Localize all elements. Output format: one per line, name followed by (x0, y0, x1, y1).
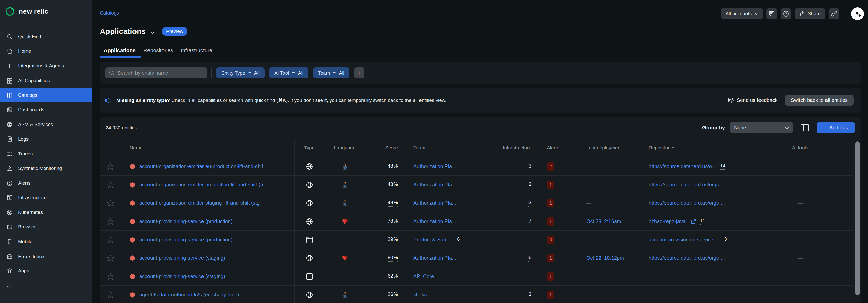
repo-extra-count[interactable]: +1 (700, 218, 706, 225)
sidebar-item-quick-find[interactable]: Quick Find (0, 29, 92, 44)
column-header-name[interactable]: Name (122, 139, 295, 157)
account-selector[interactable]: All accounts (721, 8, 763, 19)
team-link[interactable]: Authorization Pla... (413, 255, 456, 261)
infrastructure-count[interactable]: 7 (528, 218, 531, 225)
search-input[interactable] (117, 70, 202, 76)
column-header-last-deployment[interactable]: Last deployment (579, 139, 641, 157)
alerts-badge[interactable]: 1 (547, 254, 555, 262)
repository-link[interactable]: https://source.datanerd.us/orgs-... (649, 255, 725, 261)
group-by-select[interactable]: None (730, 122, 793, 133)
repository-link[interactable]: account-provisioning-service... (649, 237, 717, 243)
favorite-star-icon[interactable] (107, 254, 114, 262)
column-header-team[interactable]: Team (406, 139, 488, 157)
sidebar-item-all-capabilities[interactable]: All Capabilities (0, 73, 92, 88)
repository-link[interactable]: https://source.datanerd.us/orgs-... (649, 182, 725, 188)
sidebar-item-logs[interactable]: Logs (0, 132, 92, 146)
filter-chip-entity-type[interactable]: Entity Type=All (216, 67, 265, 79)
team-link[interactable]: API Core (413, 273, 434, 279)
entity-search[interactable] (105, 67, 207, 79)
send-feedback-button[interactable]: Send us feedback (727, 97, 777, 103)
add-data-button[interactable]: Add data (816, 122, 855, 133)
team-link[interactable]: Product & Sub... (413, 237, 451, 243)
score-value[interactable]: 78% (388, 218, 398, 225)
copy-link-button[interactable] (829, 8, 839, 19)
score-value[interactable]: 29% (388, 236, 398, 243)
tab-applications[interactable]: Applications (104, 48, 136, 57)
score-value[interactable]: 48% (388, 200, 398, 207)
filter-chip-team[interactable]: Team=All (313, 67, 349, 79)
team-link[interactable]: Authorization Pla... (413, 200, 456, 206)
team-link[interactable]: Authorization Pla... (413, 218, 456, 224)
infrastructure-count[interactable]: 3 (528, 163, 531, 170)
new-relic-logo[interactable]: new relic (5, 6, 49, 17)
tab-infrastructure[interactable]: Infrastructure (181, 48, 212, 57)
alerts-badge[interactable]: 1 (547, 217, 555, 225)
sidebar-item-alerts[interactable]: Alerts (0, 176, 92, 190)
repo-extra-count[interactable]: +4 (720, 163, 725, 170)
infrastructure-count[interactable]: 3 (528, 291, 531, 298)
favorite-star-icon[interactable] (107, 273, 114, 280)
column-header-score[interactable]: Score (366, 139, 406, 157)
share-button[interactable]: Share (795, 8, 825, 19)
entity-name-link[interactable]: account-provisioning-service (staging) (139, 273, 225, 279)
sidebar-item-browser[interactable]: Browser (0, 219, 92, 234)
score-value[interactable]: 48% (388, 181, 398, 188)
team-extra-count[interactable]: +6 (455, 237, 460, 243)
favorite-star-icon[interactable] (107, 236, 114, 243)
sidebar-more-icon[interactable]: … (6, 282, 13, 288)
sidebar-item-synthetic-monitoring[interactable]: Synthetic Monitoring (0, 161, 92, 176)
column-header-ai-tools[interactable]: AI tools (747, 139, 853, 157)
column-settings-button[interactable] (801, 124, 809, 131)
sidebar-item-traces[interactable]: Traces (0, 146, 92, 161)
breadcrumb-catalogs[interactable]: Catalogs (100, 10, 119, 16)
sidebar-item-errors-inbox[interactable]: Errors Inbox (0, 249, 92, 264)
team-link[interactable]: chakra (413, 292, 429, 298)
column-header-type[interactable]: Type (295, 139, 324, 157)
external-link-icon[interactable] (691, 219, 696, 224)
entity-name-link[interactable]: account-provisioning-service (production… (139, 237, 232, 243)
infrastructure-count[interactable]: 3 (528, 200, 531, 207)
sidebar-item-dashboards[interactable]: Dashboards (0, 102, 92, 117)
score-value[interactable]: 80% (388, 254, 398, 262)
repository-link[interactable]: https://source.datanerd.us/o... (649, 163, 716, 169)
entity-name-link[interactable]: account-provisioning-service (staging) (139, 255, 225, 261)
team-link[interactable]: Authorization Pla... (413, 182, 456, 188)
last-deployment-link[interactable]: Oct 23, 2:16am (586, 218, 621, 224)
switch-back-button[interactable]: Switch back to all entities (785, 95, 854, 106)
column-header-infrastructure[interactable]: Infrastructure (488, 139, 539, 157)
column-header-language[interactable]: Language (324, 139, 366, 157)
sidebar-item-apm-services[interactable]: APM & Services (0, 117, 92, 132)
last-deployment-link[interactable]: Oct 22, 10:12pm (586, 255, 624, 261)
sidebar-item-apps[interactable]: Apps (0, 264, 92, 278)
ai-assistant-button[interactable] (851, 7, 864, 20)
alerts-badge[interactable]: 1 (547, 272, 555, 281)
alerts-badge[interactable]: 2 (547, 162, 555, 171)
infrastructure-count[interactable]: 3 (528, 181, 531, 188)
entity-name-link[interactable]: account-organization-emitter staging-lif… (139, 200, 261, 206)
favorite-star-icon[interactable] (107, 163, 114, 170)
favorite-star-icon[interactable] (107, 291, 114, 298)
alerts-badge[interactable]: 1 (547, 181, 555, 189)
entity-name-link[interactable]: account-provisioning-service (production… (139, 218, 232, 224)
favorite-star-icon[interactable] (107, 200, 114, 207)
column-header-alerts[interactable]: Alerts (539, 139, 579, 157)
sidebar-item-home[interactable]: Home (0, 44, 92, 58)
sidebar-item-kubernetes[interactable]: Kubernetes (0, 205, 92, 219)
infrastructure-count[interactable]: 6 (528, 254, 531, 262)
column-header-repositories[interactable]: Repositories (641, 139, 747, 157)
team-link[interactable]: Authorization Pla... (413, 163, 456, 169)
vertical-scrollbar[interactable] (855, 141, 860, 295)
filter-chip-ai-tool[interactable]: AI Tool=All (269, 67, 308, 79)
alerts-badge[interactable]: 1 (547, 199, 555, 207)
sidebar-item-mobile[interactable]: Mobile (0, 234, 92, 249)
score-value[interactable]: 62% (388, 273, 398, 280)
alerts-badge[interactable]: 3 (547, 236, 555, 244)
feedback-button[interactable] (766, 8, 777, 19)
sidebar-item-integrations-agents[interactable]: Integrations & Agents (0, 59, 92, 73)
sidebar-item-catalogs[interactable]: Catalogs (0, 88, 92, 102)
score-value[interactable]: 26% (388, 291, 398, 298)
title-chevron-down-icon[interactable] (150, 31, 155, 34)
add-filter-button[interactable]: + (354, 67, 365, 79)
entity-name-link[interactable]: account-organization-emitter production-… (139, 182, 263, 188)
tab-repositories[interactable]: Repositories (144, 48, 173, 57)
